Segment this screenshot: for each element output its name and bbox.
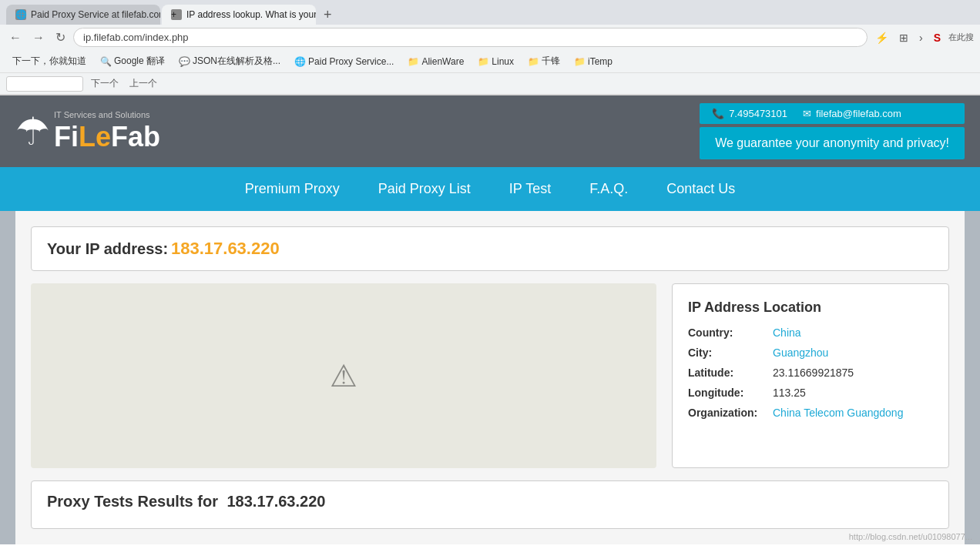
map-warning-icon: ⚠ [330,358,357,393]
nav-premium-proxy[interactable]: Premium Proxy [245,181,340,197]
find-next-button[interactable]: 下一个 [88,75,122,92]
bookmark-label-7: 千锋 [542,55,560,68]
bookmark-label-3: JSON在线解析及格... [193,55,280,68]
logo-brand: FiLeFab [54,121,160,153]
back-button[interactable]: ← [6,29,25,46]
ip-address-value: 183.17.63.220 [171,239,280,258]
bookmark-2[interactable]: 🔍 Google 翻译 [94,52,171,70]
phone-icon: 📞 [712,108,724,119]
org-value: China Telecom Guangdong [773,407,903,419]
qianfeng-folder-icon: 📁 [528,56,539,67]
tab-favicon-1: 🌐 [15,9,26,20]
bookmark-label-6: Linux [492,56,514,67]
page-wrapper: ☂ IT Services and Solutions FiLeFab 📞 7.… [0,95,980,544]
city-value: Guangzhou [773,346,828,359]
bookmark-7[interactable]: 📁 千锋 [522,52,566,70]
location-latitude-row: Latitude: 23.11669921875 [688,367,933,379]
phone-item: 📞 7.495473101 [712,108,787,119]
browser-actions: ⚡ ⊞ › S 在此搜 [872,30,974,45]
google-translate-icon: 🔍 [100,56,112,67]
location-country-row: Country: China [688,326,933,339]
apps-button[interactable]: ⊞ [896,30,911,45]
bookmark-4[interactable]: 🌐 Paid Proxy Service... [288,54,400,69]
location-box: IP Address Location Country: China City:… [672,283,949,468]
find-bar: 下一个 上一个 [0,73,980,95]
watermark: http://blog.csdn.net/u01098077... [849,532,972,541]
ip-address-box: Your IP address: 183.17.63.220 [31,226,949,271]
city-label: City: [688,346,773,359]
nav-paid-proxy-list[interactable]: Paid Proxy List [378,181,471,197]
bookmarks-bar: 下一下，你就知道 🔍 Google 翻译 💬 JSON在线解析及格... 🌐 P… [0,50,980,73]
tab-label-1: Paid Proxy Service at filefab.com: ... [31,9,160,20]
site-nav: Premium Proxy Paid Proxy List IP Test F.… [0,167,980,211]
alienware-folder-icon: 📁 [408,56,419,67]
nav-contact-us[interactable]: Contact Us [666,181,735,197]
bookmark-label-8: iTemp [588,56,612,67]
sohu-button[interactable]: S [931,30,944,45]
bookmark-5[interactable]: 📁 AlienWare [401,54,470,69]
bookmark-3[interactable]: 💬 JSON在线解析及格... [173,52,287,70]
nav-ip-test[interactable]: IP Test [509,181,551,197]
phone-value: 7.495473101 [729,108,787,119]
new-tab-button[interactable]: + [317,7,338,23]
email-value: filefab@filefab.com [816,108,901,119]
email-item: ✉ filefab@filefab.com [803,108,901,119]
header-contact: 📞 7.495473101 ✉ filefab@filefab.com [700,103,965,124]
header-guarantee: We guarantee your anonymity and privacy! [700,127,965,159]
longitude-label: Longitude: [688,387,773,399]
proxy-tests-box: Proxy Tests Results for 183.17.63.220 [31,480,949,529]
tab-1[interactable]: 🌐 Paid Proxy Service at filefab.com: ... [6,5,160,25]
location-longitude-row: Longitude: 113.25 [688,387,933,399]
tab-label-2: IP address lookup. What is your ... [186,9,316,20]
bookmark-label-2: Google 翻译 [114,55,165,68]
bookmark-6[interactable]: 📁 Linux [472,54,520,69]
logo-fi: Fi [54,121,79,152]
content-row: ⚠ IP Address Location Country: China Cit… [31,283,949,468]
proxy-tests-ip: 183.17.63.220 [227,493,326,510]
ip-address-label: Your IP address: [47,240,168,257]
bookmark-1[interactable]: 下一下，你就知道 [6,52,92,70]
logo-fab: Fab [111,121,160,152]
proxy-tests-title-prefix: Proxy Tests Results for [47,493,218,510]
latitude-label: Latitude: [688,367,773,379]
nav-faq[interactable]: F.A.Q. [589,181,628,197]
extensions-button[interactable]: ⚡ [872,30,891,45]
site-header: ☂ IT Services and Solutions FiLeFab 📞 7.… [0,95,980,167]
logo-le: Le [79,121,111,152]
map-area: ⚠ [31,283,656,468]
tab-favicon-2: + [171,9,182,20]
bookmark-label-5: AlienWare [421,56,464,67]
bookmark-8[interactable]: 📁 iTemp [568,54,619,69]
org-label: Organization: [688,407,773,419]
bookmark-label-4: Paid Proxy Service... [308,56,394,67]
guarantee-text: We guarantee your anonymity and privacy! [715,136,949,149]
main-content: Your IP address: 183.17.63.220 ⚠ IP Addr… [15,211,965,544]
country-label: Country: [688,326,773,339]
reload-button[interactable]: ↻ [52,28,69,46]
logo-tagline: IT Services and Solutions [54,110,160,119]
more-button[interactable]: › [916,30,926,45]
email-icon: ✉ [803,108,811,119]
forward-button[interactable]: → [29,29,48,46]
json-icon: 💬 [179,56,190,67]
umbrella-icon: ☂ [15,112,50,151]
proxy-tests-title: Proxy Tests Results for 183.17.63.220 [47,493,933,511]
find-input[interactable] [6,76,83,92]
latitude-value: 23.11669921875 [773,367,854,379]
logo-text: IT Services and Solutions FiLeFab [54,110,160,153]
url-input[interactable] [73,28,868,47]
bookmark-label-1: 下一下，你就知道 [12,55,86,68]
browser-chrome: 🌐 Paid Proxy Service at filefab.com: ...… [0,0,980,95]
location-org-row: Organization: China Telecom Guangdong [688,407,933,419]
proxy-icon: 🌐 [294,56,306,67]
location-title: IP Address Location [688,300,933,316]
compare-label: 在此搜 [948,32,974,43]
linux-folder-icon: 📁 [478,56,489,67]
longitude-value: 113.25 [773,387,806,399]
tab-2[interactable]: + IP address lookup. What is your ... ✕ [162,5,316,25]
header-right: 📞 7.495473101 ✉ filefab@filefab.com We g… [700,103,965,159]
logo-area: ☂ IT Services and Solutions FiLeFab [15,103,160,159]
find-prev-button[interactable]: 上一个 [126,75,160,92]
itemp-folder-icon: 📁 [574,56,586,67]
country-value: China [773,326,801,339]
